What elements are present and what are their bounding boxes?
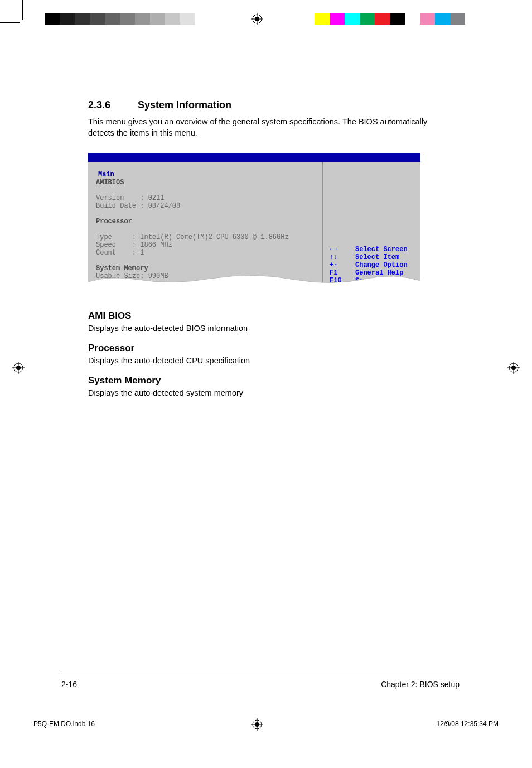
chapter-label: Chapter 2: BIOS setup — [381, 680, 460, 689]
bios-nav-label: Save and Exit — [355, 277, 408, 285]
cpu-count-label: Count — [96, 249, 116, 257]
subsection-body: Displays the auto-detected CPU specifica… — [88, 356, 445, 365]
bios-screenshot: BIOS SETUP UTILITY Main AMIBIOS Version … — [88, 153, 420, 290]
bios-nav-label: Change Option — [355, 261, 408, 269]
swatch — [330, 13, 345, 25]
subsections: AMI BIOSDisplays the auto-detected BIOS … — [88, 310, 445, 397]
registration-mark-icon — [507, 362, 520, 374]
bios-nav-key: +- — [330, 261, 347, 269]
bios-nav-row: F1General Help — [330, 269, 415, 277]
swatch — [45, 13, 60, 25]
swatch — [420, 13, 435, 25]
page-footer: 2-16 Chapter 2: BIOS setup — [61, 680, 460, 689]
bios-nav-key: F1 — [330, 269, 347, 277]
swatch — [390, 13, 405, 25]
swatch — [180, 13, 195, 25]
bios-info-panel: AMIBIOS Version : 0211 Build Date : 08/2… — [88, 162, 322, 290]
bios-nav-label: General Help — [355, 269, 403, 277]
amibios-build: 08/24/08 — [148, 202, 181, 210]
amibios-heading: AMIBIOS — [96, 179, 124, 186]
swatch — [360, 13, 375, 25]
registration-mark-icon — [251, 13, 263, 25]
memory-usable: 990MB — [148, 272, 168, 280]
content-area: 2.3.6 System Information This menu gives… — [88, 99, 445, 397]
grayscale-swatches — [45, 13, 210, 25]
amibios-version: 0211 — [148, 194, 165, 202]
swatch — [315, 13, 330, 25]
crop-mark — [22, 0, 23, 20]
footer-rule — [61, 674, 460, 674]
crop-mark — [0, 22, 20, 23]
swatch — [405, 13, 420, 25]
processor-heading: Processor — [96, 218, 132, 225]
swatch — [90, 13, 105, 25]
bios-nav-row: F10Save and Exit — [330, 277, 415, 285]
swatch — [375, 13, 390, 25]
bios-nav-key: ←→ — [330, 246, 347, 253]
bios-nav-key: F10 — [330, 277, 347, 285]
swatch — [120, 13, 135, 25]
bios-nav-row: ESCExit — [330, 285, 415, 292]
amibios-build-label: Build Date — [96, 202, 136, 210]
section-heading: 2.3.6 System Information — [88, 99, 445, 111]
memory-usable-label: Usable Size — [96, 272, 140, 280]
amibios-version-label: Version — [96, 194, 124, 202]
subsection-body: Displays the auto-detected system memory — [88, 388, 445, 397]
bios-nav-row: ↑↓Select Item — [330, 253, 415, 261]
swatch — [75, 13, 90, 25]
registration-mark-icon — [12, 362, 25, 374]
subsection-heading: Processor — [88, 343, 445, 354]
swatch — [150, 13, 165, 25]
cpu-count: 1 — [140, 249, 144, 257]
bios-nav-label: Select Screen — [355, 246, 408, 253]
bios-nav-row: ←→Select Screen — [330, 246, 415, 253]
bios-nav-key: ↑↓ — [330, 253, 347, 261]
memory-heading: System Memory — [96, 265, 148, 272]
cpu-speed: 1866 MHz — [140, 241, 172, 249]
page: 2.3.6 System Information This menu gives… — [0, 0, 532, 768]
cpu-speed-label: Speed — [96, 241, 116, 249]
bios-tab-main: Main — [96, 171, 117, 179]
subsection-body: Displays the auto-detected BIOS informat… — [88, 324, 445, 333]
cpu-type-label: Type — [96, 233, 112, 241]
slug-stamp: 12/9/08 12:35:34 PM — [437, 720, 499, 728]
swatch — [105, 13, 120, 25]
page-number: 2-16 — [61, 680, 77, 689]
swatch — [345, 13, 360, 25]
bios-nav-row: +-Change Option — [330, 261, 415, 269]
section-title: System Information — [138, 99, 231, 111]
section-number: 2.3.6 — [88, 99, 135, 111]
print-slug: P5Q-EM DO.indb 16 12/9/08 12:35:34 PM — [33, 720, 499, 728]
slug-file: P5Q-EM DO.indb 16 — [33, 720, 95, 728]
section-intro: This menu gives you an overview of the g… — [88, 117, 445, 138]
swatch — [435, 13, 450, 25]
swatch — [195, 13, 210, 25]
swatch — [135, 13, 150, 25]
subsection-heading: System Memory — [88, 375, 445, 386]
swatch — [165, 13, 180, 25]
bios-nav-panel: ←→Select Screen↑↓Select Item+-Change Opt… — [323, 162, 420, 290]
swatch — [60, 13, 75, 25]
bios-nav-key: ESC — [330, 285, 347, 292]
cpu-type: Intel(R) Core(TM)2 CPU 6300 @ 1.86GHz — [140, 233, 288, 241]
bios-nav-label: Exit — [355, 285, 371, 292]
bios-nav-label: Select Item — [355, 253, 399, 261]
swatch — [450, 13, 465, 25]
bios-canvas: Main AMIBIOS Version : 0211 Build Date :… — [88, 153, 420, 290]
color-swatches — [315, 13, 465, 25]
subsection-heading: AMI BIOS — [88, 310, 445, 321]
